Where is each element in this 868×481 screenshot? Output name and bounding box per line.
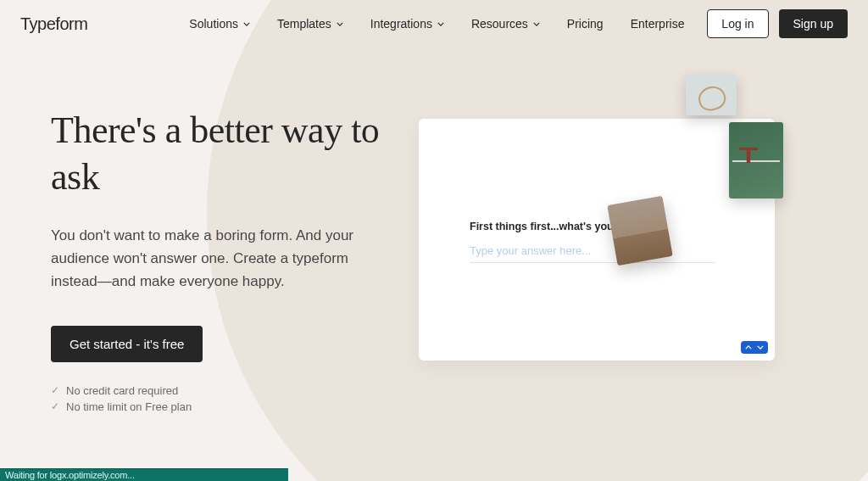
nav-label: Templates (277, 17, 331, 31)
form-preview-card: First things first...what's your name? T… (419, 119, 775, 361)
nav-label: Integrations (370, 17, 432, 31)
nav-item-resources[interactable]: Resources (471, 17, 540, 31)
form-preview: First things first...what's your name? T… (419, 119, 775, 361)
chevron-down-icon (533, 20, 540, 27)
chevron-down-icon (437, 20, 444, 27)
bullet-item: ✓ No time limit on Free plan (51, 400, 424, 413)
check-icon: ✓ (51, 384, 59, 396)
nav-item-templates[interactable]: Templates (277, 17, 343, 31)
hero-copy: There's a better way to ask You don't wa… (51, 107, 424, 417)
nav-item-integrations[interactable]: Integrations (370, 17, 444, 31)
chevron-down-icon (243, 20, 250, 27)
nav-label: Pricing (567, 17, 604, 31)
signup-button[interactable]: Sign up (779, 9, 848, 38)
nav-label: Solutions (189, 17, 238, 31)
preview-next-button[interactable] (754, 343, 766, 352)
nav-label: Enterprise (631, 17, 685, 31)
nav-item-enterprise[interactable]: Enterprise (631, 17, 685, 31)
decorative-image-coffee (686, 75, 737, 115)
decorative-image-landscape (607, 196, 673, 266)
nav-item-solutions[interactable]: Solutions (189, 17, 250, 31)
decorative-image-tennis (729, 122, 783, 199)
bullet-text: No time limit on Free plan (66, 400, 192, 413)
login-button[interactable]: Log in (707, 9, 768, 38)
nav-label: Resources (471, 17, 528, 31)
bullet-text: No credit card required (66, 384, 178, 397)
hero-heading: There's a better way to ask (51, 107, 424, 200)
primary-nav: Solutions Templates Integrations Resourc… (189, 17, 684, 31)
preview-prev-button[interactable] (743, 343, 754, 352)
cta-button[interactable]: Get started - it's free (51, 326, 203, 362)
browser-status-bar: Waiting for logx.optimizely.com... (0, 468, 288, 481)
bullet-item: ✓ No credit card required (51, 384, 424, 397)
site-header: Typeform Solutions Templates Integration… (0, 0, 868, 48)
preview-nav-buttons (741, 341, 768, 354)
preview-answer-input[interactable]: Type your answer here... (470, 244, 715, 263)
brand-logo[interactable]: Typeform (20, 14, 87, 34)
hero-bullets: ✓ No credit card required ✓ No time limi… (51, 384, 424, 413)
check-icon: ✓ (51, 400, 59, 412)
header-actions: Log in Sign up (707, 9, 848, 38)
hero-subheading: You don't want to make a boring form. An… (51, 224, 390, 294)
chevron-down-icon (337, 20, 343, 27)
preview-question: First things first...what's your name? (470, 221, 741, 232)
nav-item-pricing[interactable]: Pricing (567, 17, 604, 31)
